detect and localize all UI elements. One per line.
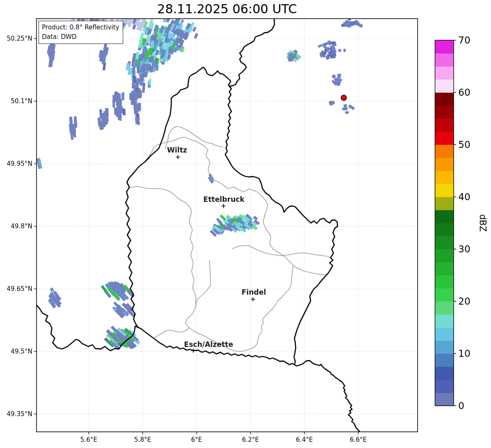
lon-tick-label: 6°E — [191, 436, 202, 443]
lat-tick-label: 49.95°N — [7, 160, 32, 167]
colorbar-segment — [435, 184, 454, 197]
colorbar-segment — [435, 236, 454, 249]
echo-cell — [105, 108, 109, 116]
echo-cell — [139, 90, 142, 97]
echo-cell — [116, 99, 119, 106]
colorbar-segment — [435, 92, 454, 106]
map-plot: 5.6°E5.8°E6°E6.2°E6.4°E6.6°E50.25°N50.1°… — [0, 0, 491, 448]
colorbar-tick-label: 40 — [458, 191, 470, 202]
lon-tick-label: 6.4°E — [296, 436, 313, 443]
colorbar-segment — [435, 53, 454, 67]
lat-tick-label: 49.65°N — [7, 285, 32, 293]
echo-cell — [134, 106, 137, 114]
colorbar-segment — [435, 393, 454, 406]
echo-cell — [117, 92, 119, 99]
colorbar-tick-label: 30 — [458, 244, 470, 254]
colorbar-tick-label: 60 — [458, 87, 470, 98]
echo-cell — [137, 104, 141, 111]
echo-cell — [122, 92, 124, 100]
colorbar-segment — [435, 223, 454, 236]
echo-cell — [112, 95, 115, 103]
lon-tick-label: 6.2°E — [242, 436, 259, 443]
city-label: Esch/Alzette — [184, 340, 233, 349]
colorbar-segment — [435, 197, 454, 210]
colorbar-segment — [435, 354, 454, 367]
lat-tick-label: 50.25°N — [7, 35, 32, 42]
echo-cell — [144, 12, 148, 19]
lon-tick-label: 6.6°E — [350, 436, 367, 443]
radar-site-marker — [341, 95, 347, 101]
colorbar-segment — [435, 262, 454, 276]
colorbar-segment — [435, 275, 454, 288]
colorbar: 010203040506070dBZ — [435, 35, 488, 411]
echo-cell — [102, 113, 105, 121]
echo-cell — [343, 104, 347, 107]
colorbar-segment — [435, 66, 454, 80]
colorbar-segment — [435, 249, 454, 262]
city-label: Ettelbruck — [203, 195, 245, 203]
colorbar-segment — [435, 119, 454, 132]
colorbar-segment — [435, 145, 454, 158]
colorbar-tick-label: 0 — [458, 400, 464, 411]
echo-cell — [114, 107, 118, 115]
info-box-source-line: Data: DWD — [42, 32, 119, 42]
colorbar-segment — [435, 210, 454, 223]
echo-cell — [342, 108, 345, 110]
lat-tick-label: 49.5°N — [11, 348, 32, 355]
lon-tick-label: 5.6°E — [80, 436, 97, 443]
colorbar-segment — [435, 132, 454, 145]
colorbar-segment — [435, 315, 454, 328]
lat-tick-label: 50.1°N — [11, 97, 32, 105]
echo-cell — [134, 95, 136, 102]
echo-cell — [332, 44, 335, 47]
lon-tick-label: 5.8°E — [134, 436, 151, 443]
echo-cell — [343, 22, 347, 25]
colorbar-segment — [435, 106, 454, 119]
colorbar-tick-label: 10 — [458, 348, 470, 359]
colorbar-tick-label: 50 — [458, 139, 470, 150]
colorbar-segment — [435, 327, 454, 341]
echo-cell — [352, 23, 355, 26]
info-box: Product: 0.8° Reflectivity Data: DWD — [39, 21, 123, 44]
city-label: Wiltz — [167, 146, 187, 154]
lat-tick-label: 49.35°N — [7, 410, 32, 418]
colorbar-segment — [435, 341, 454, 354]
colorbar-segment — [435, 40, 454, 53]
colorbar-segment — [435, 288, 454, 302]
colorbar-tick-label: 20 — [458, 296, 470, 307]
echo-cell — [343, 49, 346, 52]
colorbar-segment — [435, 380, 454, 393]
colorbar-tick-label: 70 — [458, 35, 470, 46]
colorbar-segment — [435, 301, 454, 315]
colorbar-segment — [435, 367, 454, 380]
colorbar-segment — [435, 80, 454, 93]
echo-cell — [136, 92, 139, 97]
info-box-product-line: Product: 0.8° Reflectivity — [42, 23, 119, 32]
echo-cell — [348, 23, 352, 27]
lat-tick-label: 49.8°N — [11, 223, 32, 230]
echo-cell — [338, 49, 341, 52]
colorbar-segment — [435, 158, 454, 171]
echo-cell — [132, 82, 135, 88]
colorbar-segment — [435, 171, 454, 184]
echo-cell — [142, 87, 145, 93]
echo-cell — [117, 113, 121, 120]
echo-cell — [122, 109, 126, 116]
echo-cell — [136, 80, 139, 87]
colorbar-axis-label: dBZ — [478, 214, 488, 232]
city-label: Findel — [241, 288, 266, 296]
